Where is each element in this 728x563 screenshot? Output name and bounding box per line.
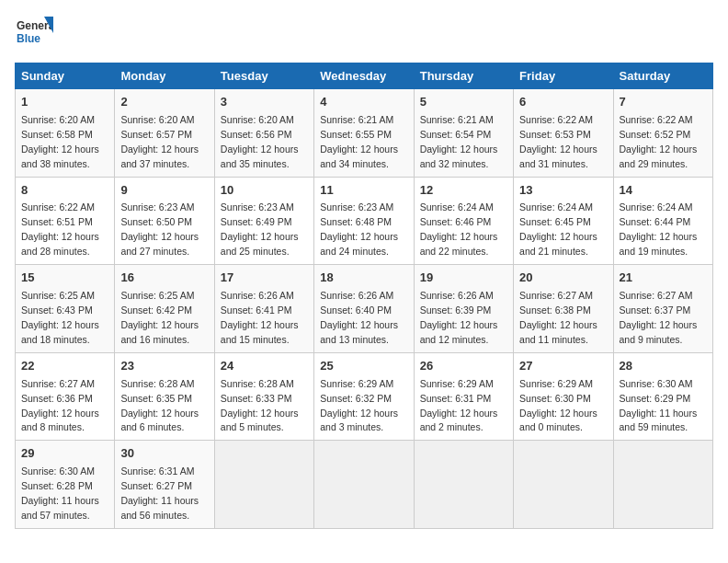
calendar-cell: 18Sunrise: 6:26 AMSunset: 6:40 PMDayligh…: [314, 265, 414, 353]
sunrise: Sunrise: 6:30 AM: [21, 465, 95, 477]
sunset: Sunset: 6:52 PM: [620, 129, 691, 140]
daylight: Daylight: 12 hours and 19 minutes.: [620, 231, 698, 257]
sunset: Sunset: 6:45 PM: [519, 216, 591, 227]
sunrise: Sunrise: 6:25 AM: [21, 290, 95, 301]
calendar-cell: 26Sunrise: 6:29 AMSunset: 6:31 PMDayligh…: [414, 352, 513, 441]
day-number: 1: [21, 94, 108, 111]
calendar-cell: 23Sunrise: 6:28 AMSunset: 6:35 PMDayligh…: [115, 352, 214, 441]
daylight: Daylight: 12 hours and 34 minutes.: [320, 144, 398, 169]
calendar-cell: 7Sunrise: 6:22 AMSunset: 6:52 PMDaylight…: [613, 89, 712, 178]
day-number: 28: [620, 358, 707, 375]
day-number: 9: [120, 182, 208, 200]
day-number: 30: [120, 445, 208, 463]
page-header: General Blue: [15, 15, 713, 53]
logo: General Blue: [15, 15, 53, 53]
daylight: Daylight: 12 hours and 32 minutes.: [420, 144, 498, 169]
day-number: 13: [519, 182, 607, 200]
weekday-header-tuesday: Tuesday: [214, 63, 313, 89]
sunrise: Sunrise: 6:20 AM: [120, 114, 194, 125]
day-number: 4: [320, 94, 407, 111]
weekday-header-friday: Friday: [514, 63, 613, 89]
day-number: 6: [519, 94, 607, 111]
calendar-cell: [514, 441, 613, 529]
calendar-cell: 12Sunrise: 6:24 AMSunset: 6:46 PMDayligh…: [414, 177, 513, 265]
calendar-cell: 28Sunrise: 6:30 AMSunset: 6:29 PMDayligh…: [613, 352, 712, 441]
daylight: Daylight: 12 hours and 15 minutes.: [221, 319, 299, 345]
daylight: Daylight: 12 hours and 37 minutes.: [120, 144, 199, 169]
daylight: Daylight: 12 hours and 38 minutes.: [21, 144, 99, 169]
sunrise: Sunrise: 6:22 AM: [620, 114, 693, 125]
calendar-cell: [314, 441, 414, 529]
day-number: 20: [519, 270, 607, 287]
sunrise: Sunrise: 6:28 AM: [120, 378, 194, 389]
daylight: Daylight: 12 hours and 9 minutes.: [620, 319, 698, 345]
svg-text:Blue: Blue: [17, 32, 40, 45]
sunset: Sunset: 6:42 PM: [120, 304, 192, 316]
sunset: Sunset: 6:37 PM: [620, 304, 691, 316]
daylight: Daylight: 12 hours and 24 minutes.: [320, 231, 398, 257]
calendar-cell: 17Sunrise: 6:26 AMSunset: 6:41 PMDayligh…: [214, 265, 313, 353]
sunrise: Sunrise: 6:27 AM: [21, 378, 95, 389]
day-number: 21: [620, 270, 707, 287]
calendar-table: SundayMondayTuesdayWednesdayThursdayFrid…: [15, 63, 713, 529]
daylight: Daylight: 11 hours and 57 minutes.: [21, 495, 99, 521]
calendar-cell: [613, 441, 712, 529]
calendar-cell: 13Sunrise: 6:24 AMSunset: 6:45 PMDayligh…: [514, 177, 613, 265]
sunrise: Sunrise: 6:24 AM: [519, 201, 593, 213]
calendar-cell: 16Sunrise: 6:25 AMSunset: 6:42 PMDayligh…: [115, 265, 214, 353]
weekday-header-sunday: Sunday: [16, 63, 115, 89]
sunset: Sunset: 6:27 PM: [120, 480, 192, 491]
sunrise: Sunrise: 6:29 AM: [519, 378, 593, 389]
sunrise: Sunrise: 6:24 AM: [420, 201, 494, 213]
sunset: Sunset: 6:30 PM: [519, 393, 591, 404]
day-number: 27: [519, 358, 607, 375]
sunrise: Sunrise: 6:23 AM: [221, 201, 294, 213]
daylight: Daylight: 12 hours and 11 minutes.: [519, 319, 597, 345]
daylight: Daylight: 12 hours and 31 minutes.: [519, 144, 597, 169]
sunset: Sunset: 6:57 PM: [120, 129, 192, 140]
sunset: Sunset: 6:28 PM: [21, 480, 93, 491]
sunset: Sunset: 6:41 PM: [221, 304, 292, 316]
sunrise: Sunrise: 6:26 AM: [221, 290, 294, 301]
sunset: Sunset: 6:40 PM: [320, 304, 392, 316]
sunrise: Sunrise: 6:26 AM: [420, 290, 494, 301]
day-number: 22: [21, 358, 108, 375]
sunset: Sunset: 6:39 PM: [420, 304, 492, 316]
day-number: 5: [420, 94, 507, 111]
calendar-cell: 22Sunrise: 6:27 AMSunset: 6:36 PMDayligh…: [16, 352, 115, 441]
calendar-cell: 25Sunrise: 6:29 AMSunset: 6:32 PMDayligh…: [314, 352, 414, 441]
sunrise: Sunrise: 6:23 AM: [320, 201, 393, 213]
sunrise: Sunrise: 6:21 AM: [320, 114, 393, 125]
sunset: Sunset: 6:48 PM: [320, 216, 392, 227]
daylight: Daylight: 12 hours and 13 minutes.: [320, 319, 398, 345]
weekday-header-monday: Monday: [115, 63, 214, 89]
sunset: Sunset: 6:32 PM: [320, 393, 392, 404]
sunrise: Sunrise: 6:31 AM: [120, 465, 194, 477]
sunrise: Sunrise: 6:30 AM: [620, 378, 693, 389]
calendar-cell: 8Sunrise: 6:22 AMSunset: 6:51 PMDaylight…: [16, 177, 115, 265]
sunset: Sunset: 6:43 PM: [21, 304, 93, 316]
day-number: 16: [120, 270, 208, 287]
sunrise: Sunrise: 6:25 AM: [120, 290, 194, 301]
sunset: Sunset: 6:50 PM: [120, 216, 192, 227]
sunset: Sunset: 6:51 PM: [21, 216, 93, 227]
daylight: Daylight: 12 hours and 8 minutes.: [21, 408, 99, 433]
calendar-cell: [214, 441, 313, 529]
daylight: Daylight: 12 hours and 12 minutes.: [420, 319, 498, 345]
calendar-cell: 6Sunrise: 6:22 AMSunset: 6:53 PMDaylight…: [514, 89, 613, 178]
sunset: Sunset: 6:33 PM: [221, 393, 292, 404]
day-number: 29: [21, 445, 108, 463]
sunset: Sunset: 6:58 PM: [21, 129, 93, 140]
sunset: Sunset: 6:56 PM: [221, 129, 292, 140]
calendar-cell: 2Sunrise: 6:20 AMSunset: 6:57 PMDaylight…: [115, 89, 214, 178]
sunrise: Sunrise: 6:24 AM: [620, 201, 693, 213]
calendar-cell: 24Sunrise: 6:28 AMSunset: 6:33 PMDayligh…: [214, 352, 313, 441]
calendar-cell: 4Sunrise: 6:21 AMSunset: 6:55 PMDaylight…: [314, 89, 414, 178]
daylight: Daylight: 12 hours and 21 minutes.: [519, 231, 597, 257]
sunrise: Sunrise: 6:28 AM: [221, 378, 294, 389]
calendar-cell: 3Sunrise: 6:20 AMSunset: 6:56 PMDaylight…: [214, 89, 313, 178]
sunrise: Sunrise: 6:29 AM: [420, 378, 494, 389]
day-number: 15: [21, 270, 108, 287]
daylight: Daylight: 12 hours and 25 minutes.: [221, 231, 299, 257]
daylight: Daylight: 12 hours and 18 minutes.: [21, 319, 99, 345]
